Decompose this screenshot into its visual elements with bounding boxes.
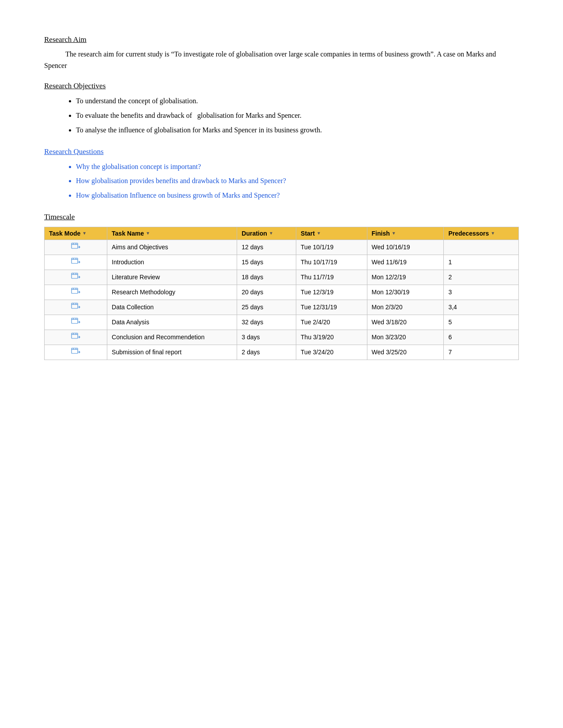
task-mode-icon: [71, 303, 81, 311]
finish-cell: Wed 3/18/20: [367, 315, 444, 330]
predecessors-cell: 3: [444, 285, 519, 300]
task-mode-cell: [45, 285, 107, 300]
task-mode-icon: [71, 288, 81, 296]
finish-cell: Wed 10/16/19: [367, 240, 444, 255]
col-header-task-mode[interactable]: Task Mode ▼: [45, 227, 107, 240]
task-mode-icon: [71, 273, 81, 281]
start-cell: Thu 11/7/19: [296, 270, 367, 285]
task-mode-icon: [71, 243, 81, 251]
task-name-cell: Research Methodology: [107, 285, 237, 300]
predecessors-cell: 3,4: [444, 300, 519, 315]
col-header-start[interactable]: Start ▼: [296, 227, 367, 240]
table-row: Literature Review18 daysThu 11/7/19Mon 1…: [45, 270, 519, 285]
sort-icon: ▼: [392, 231, 396, 236]
research-objectives-heading: Research Objectives: [44, 82, 519, 90]
predecessors-cell: 6: [444, 330, 519, 345]
duration-label: Duration: [242, 230, 267, 237]
table-row: Data Analysis32 daysTue 2/4/20Wed 3/18/2…: [45, 315, 519, 330]
list-item: Why the globalisation concept is importa…: [76, 161, 519, 173]
predecessors-cell: 1: [444, 255, 519, 270]
start-cell: Tue 10/1/19: [296, 240, 367, 255]
task-mode-icon: [71, 333, 81, 341]
start-cell: Tue 12/31/19: [296, 300, 367, 315]
task-name-cell: Introduction: [107, 255, 237, 270]
research-aim-heading: Research Aim: [44, 35, 519, 44]
finish-cell: Mon 3/23/20: [367, 330, 444, 345]
col-header-task-name[interactable]: Task Name ▼: [107, 227, 237, 240]
research-questions-heading: Research Questions: [44, 147, 519, 156]
svg-rect-4: [72, 258, 78, 263]
duration-cell: 20 days: [237, 285, 296, 300]
svg-rect-16: [72, 303, 78, 308]
task-mode-cell: [45, 300, 107, 315]
timescale-heading: Timescale: [44, 213, 519, 221]
start-cell: Tue 3/24/20: [296, 345, 367, 360]
svg-rect-8: [72, 273, 78, 278]
predecessors-cell: [444, 240, 519, 255]
table-body: Aims and Objectives12 daysTue 10/1/19Wed…: [45, 240, 519, 360]
task-name-cell: Data Analysis: [107, 315, 237, 330]
sort-icon: ▼: [491, 231, 495, 236]
svg-rect-0: [72, 243, 78, 248]
duration-cell: 3 days: [237, 330, 296, 345]
finish-cell: Wed 11/6/19: [367, 255, 444, 270]
start-cell: Thu 10/17/19: [296, 255, 367, 270]
predecessors-cell: 2: [444, 270, 519, 285]
finish-cell: Mon 2/3/20: [367, 300, 444, 315]
task-name-label: Task Name: [112, 230, 144, 237]
table-row: Introduction15 daysThu 10/17/19Wed 11/6/…: [45, 255, 519, 270]
table-row: Aims and Objectives12 daysTue 10/1/19Wed…: [45, 240, 519, 255]
task-name-cell: Data Collection: [107, 300, 237, 315]
list-item: To evaluate the benefits and drawback of…: [76, 109, 519, 122]
research-aim-paragraph: The research aim for current study is “T…: [44, 49, 519, 71]
list-item: How globalisation provides benefits and …: [76, 175, 519, 188]
research-questions-section: Research Questions Why the globalisation…: [44, 147, 519, 202]
sort-icon: ▼: [269, 231, 273, 236]
start-cell: Tue 12/3/19: [296, 285, 367, 300]
list-item: How globalisation Influence on business …: [76, 189, 519, 202]
task-mode-cell: [45, 330, 107, 345]
duration-cell: 18 days: [237, 270, 296, 285]
start-cell: Thu 3/19/20: [296, 330, 367, 345]
duration-cell: 25 days: [237, 300, 296, 315]
sort-icon: ▼: [317, 231, 321, 236]
list-item: To analyse the influence of globalisatio…: [76, 124, 519, 137]
table-row: Data Collection25 daysTue 12/31/19Mon 2/…: [45, 300, 519, 315]
task-name-cell: Aims and Objectives: [107, 240, 237, 255]
predecessors-label: Predecessors: [448, 230, 489, 237]
svg-rect-20: [72, 318, 78, 323]
predecessors-cell: 5: [444, 315, 519, 330]
start-cell: Tue 2/4/20: [296, 315, 367, 330]
task-mode-icon: [71, 258, 81, 266]
sort-icon: ▼: [82, 231, 87, 236]
col-header-predecessors[interactable]: Predecessors ▼: [444, 227, 519, 240]
task-mode-icon: [71, 348, 81, 356]
research-objectives-list: To understand the concept of globalisati…: [76, 95, 519, 136]
timescale-section: Timescale Task Mode ▼ Task Name ▼: [44, 213, 519, 360]
research-aim-section: Research Aim The research aim for curren…: [44, 35, 519, 71]
task-name-cell: Literature Review: [107, 270, 237, 285]
sort-icon: ▼: [146, 231, 150, 236]
task-mode-cell: [45, 270, 107, 285]
task-mode-cell: [45, 240, 107, 255]
duration-cell: 2 days: [237, 345, 296, 360]
task-name-cell: Submission of final report: [107, 345, 237, 360]
col-header-finish[interactable]: Finish ▼: [367, 227, 444, 240]
task-name-cell: Conclusion and Recommendetion: [107, 330, 237, 345]
duration-cell: 32 days: [237, 315, 296, 330]
col-header-duration[interactable]: Duration ▼: [237, 227, 296, 240]
research-questions-list: Why the globalisation concept is importa…: [76, 161, 519, 202]
task-mode-label: Task Mode: [49, 230, 80, 237]
finish-cell: Mon 12/30/19: [367, 285, 444, 300]
task-mode-cell: [45, 315, 107, 330]
timescale-table: Task Mode ▼ Task Name ▼ Duration ▼: [44, 227, 519, 360]
duration-cell: 15 days: [237, 255, 296, 270]
start-label: Start: [301, 230, 315, 237]
finish-cell: Mon 12/2/19: [367, 270, 444, 285]
svg-rect-24: [72, 333, 78, 338]
task-mode-cell: [45, 345, 107, 360]
finish-cell: Wed 3/25/20: [367, 345, 444, 360]
research-objectives-section: Research Objectives To understand the co…: [44, 82, 519, 136]
table-row: Conclusion and Recommendetion3 daysThu 3…: [45, 330, 519, 345]
predecessors-cell: 7: [444, 345, 519, 360]
